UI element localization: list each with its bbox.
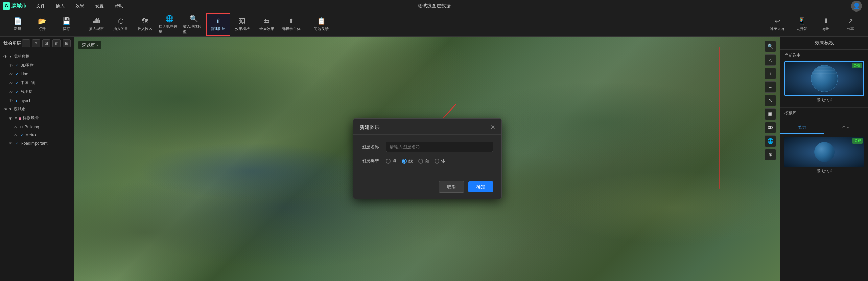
insert-geo-vector-icon: 🌐 (165, 15, 174, 23)
panel-tabs: 官方 个人 (780, 122, 868, 134)
toolbar-select-student-btn[interactable]: ⬆ 选择学生体 (279, 13, 303, 36)
sidebar-add-btn[interactable]: + (22, 39, 30, 47)
sidebar-title: 我的图层 (3, 40, 21, 46)
map-zoom-out-btn[interactable]: − (765, 81, 776, 93)
new-layer-label: 新建图层 (211, 26, 226, 31)
radio-volume[interactable]: 体 (435, 158, 445, 164)
layer-3d-fence[interactable]: 👁 ✓ 3D围栏 (0, 61, 74, 70)
layer-folder-sample-scene[interactable]: 👁 ▼ ■ 样例场景 (0, 114, 74, 123)
layer-building[interactable]: 👁 □ Building (0, 123, 74, 131)
map-location-btn[interactable]: ⊕ (765, 149, 776, 160)
menu-effect[interactable]: 效果 (71, 2, 89, 10)
share-icon: ↗ (848, 17, 853, 25)
map-3d-btn[interactable]: 3D (765, 122, 776, 133)
layer-china-line[interactable]: 👁 ✓ 中国_线 (0, 78, 74, 87)
current-template-preview[interactable]: 免费 (784, 61, 864, 96)
toolbar-insert-city-btn[interactable]: 🏙 插入城市 (84, 13, 109, 36)
free-badge-template-0: 免费 (852, 138, 863, 144)
eye-icon-layer1: 👁 (9, 98, 14, 103)
check-icon-3d-fence: ✓ (16, 63, 19, 68)
menu-settings[interactable]: 设置 (90, 2, 109, 10)
toolbar-save-btn[interactable]: 💾 保存 (54, 13, 78, 36)
layer-road-important[interactable]: 👁 ✓ RoadImportant (0, 139, 74, 147)
cancel-button[interactable]: 取消 (439, 181, 464, 193)
check-icon-road-important: ✓ (16, 141, 19, 146)
feedback-label: 问题反馈 (314, 26, 329, 31)
eye-icon-building: 👁 (14, 125, 18, 129)
template-item-0[interactable]: 免费 重庆地球 (784, 137, 864, 176)
dialog-close-btn[interactable]: ✕ (490, 124, 495, 131)
tab-personal[interactable]: 个人 (824, 122, 868, 134)
map-zoom-in-btn[interactable]: + (765, 68, 776, 79)
dialog-title: 新建图层 (359, 124, 380, 131)
layer-name-input[interactable] (386, 142, 493, 152)
folder-icon-sample-scene: ■ (19, 116, 21, 121)
toolbar-new-label: 新建 (14, 26, 21, 31)
map-area[interactable]: 森城市 › 🔍 △ + − ⤡ ▣ 3D 🌐 ⊕ (74, 37, 780, 281)
dialog-footer: 取消 确定 (353, 177, 501, 199)
map-fullscreen-btn[interactable]: ⤡ (765, 95, 776, 106)
map-globe-btn[interactable]: 🌐 (765, 135, 776, 147)
map-north-btn[interactable]: △ (765, 54, 776, 66)
layer-name-china-line: 中国_线 (21, 80, 71, 86)
insert-city-icon: 🏙 (93, 17, 100, 25)
layer-metro[interactable]: 👁 ✓ Metro (0, 131, 74, 139)
globe-sm-0 (814, 142, 835, 162)
sidebar-delete-btn[interactable]: 🗑 (52, 39, 61, 47)
open-icon: 📂 (38, 17, 46, 25)
sidebar-edit-btn[interactable]: ✎ (32, 39, 40, 47)
toolbar-effect-template-btn[interactable]: 🖼 效果模板 (230, 13, 255, 36)
tab-official[interactable]: 官方 (780, 122, 824, 134)
toolbar-insert-region-btn[interactable]: 🗺 插入园区 (133, 13, 157, 36)
insert-vector-icon: ⬡ (118, 17, 124, 25)
eye-icon-sample-scene: 👁 (9, 116, 13, 121)
toolbar-dev-btn[interactable]: 📱 去开发 (790, 13, 814, 36)
layer-line[interactable]: 👁 ✓ Line (0, 70, 74, 78)
app-title: 测试线图层数据 (418, 3, 451, 9)
layer-name-layer1: layer1 (20, 98, 71, 103)
check-icon-line-layer: ✓ (16, 90, 19, 94)
layer-name-road-important: RoadImportant (21, 141, 71, 146)
toolbar-export-btn[interactable]: ⬇ 导出 (814, 13, 838, 36)
eye-icon-3d-fence: 👁 (9, 63, 14, 68)
map-grid-btn[interactable]: ▣ (765, 108, 776, 120)
dev-icon: 📱 (798, 17, 806, 25)
eye-icon-my-data: 👁 (3, 54, 7, 59)
menu-file[interactable]: 文件 (31, 2, 50, 10)
sidebar-group-btn[interactable]: ⊞ (63, 39, 71, 47)
template-thumb-inner-0 (784, 137, 864, 167)
toolbar-insert-geo-model-btn[interactable]: 🔍 插入地球模型 (182, 13, 206, 36)
menu-help[interactable]: 帮助 (110, 2, 128, 10)
confirm-button[interactable]: 确定 (468, 181, 493, 192)
type-label: 图层类型 (361, 158, 386, 164)
breadcrumb: 森城市 › (78, 41, 101, 49)
toolbar-share-btn[interactable]: ↗ 分享 (838, 13, 863, 36)
layer-layer1[interactable]: 👁 ● layer1 (0, 96, 74, 105)
radio-area[interactable]: 面 (418, 158, 429, 164)
toolbar-bigscreen-btn[interactable]: ↩ 导至大屏 (765, 13, 790, 36)
radio-point[interactable]: 点 (386, 158, 397, 164)
layer-group-my-data[interactable]: 👁 ▼ 我的数据 (0, 52, 74, 61)
user-avatar[interactable]: 👤 (851, 1, 862, 12)
sidebar-copy-btn[interactable]: ⊡ (42, 39, 50, 47)
map-search-btn[interactable]: 🔍 (765, 41, 776, 52)
sidebar-header: 我的图层 + ✎ ⊡ 🗑 ⊞ (0, 37, 74, 50)
toolbar-insert-geo-vector-btn[interactable]: 🌐 插入地球矢量 (157, 13, 182, 36)
toolbar-save-label: 保存 (63, 26, 70, 31)
toolbar-new-btn[interactable]: 📄 新建 (5, 13, 30, 36)
layer-group-sencheng[interactable]: 👁 ▼ 森城市 (0, 105, 74, 114)
layer-sidebar: 我的图层 + ✎ ⊡ 🗑 ⊞ 👁 ▼ 我的数据 👁 ✓ 3D围栏 👁 (0, 37, 74, 281)
toolbar-new-layer-btn[interactable]: ⇧ 新建图层 (206, 13, 230, 36)
toolbar-open-btn[interactable]: 📂 打开 (30, 13, 54, 36)
form-row-type: 图层类型 点 线 面 (361, 158, 493, 164)
share-label: 分享 (847, 26, 854, 31)
toolbar-global-effect-btn[interactable]: ⇆ 全局效果 (255, 13, 279, 36)
insert-region-icon: 🗺 (142, 17, 148, 25)
toolbar-insert-vector-btn[interactable]: ⬡ 插入矢量 (109, 13, 133, 36)
radio-line[interactable]: 线 (402, 158, 413, 164)
check-icon-metro: ✓ (20, 133, 23, 137)
menu-insert[interactable]: 插入 (51, 2, 69, 10)
layer-line-layer[interactable]: 👁 ✓ 线图层 (0, 87, 74, 96)
dev-label: 去开发 (796, 26, 807, 31)
toolbar-feedback-btn[interactable]: 📋 问题反馈 (309, 13, 333, 36)
